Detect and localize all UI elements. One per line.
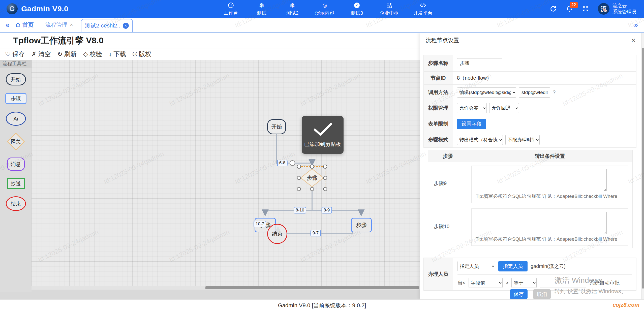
tab-process-management[interactable]: 流程管理 ×: [44, 21, 75, 29]
edge-label-9-7[interactable]: 9-7: [311, 230, 321, 236]
download-icon: ↓: [109, 50, 112, 58]
canvas-node-start[interactable]: 开始: [267, 119, 286, 134]
refresh-button[interactable]: ↻刷新: [57, 50, 77, 58]
home-icon: [15, 22, 21, 28]
horizontal-scrollbar-thumb[interactable]: [205, 286, 419, 289]
nav-label: 演示内容: [315, 10, 334, 16]
condition-textarea-step9[interactable]: [476, 169, 607, 191]
tool-cc-node[interactable]: 抄送: [7, 178, 25, 189]
download-button[interactable]: ↓下载: [109, 50, 126, 58]
time-limit-select[interactable]: 不限办理时限: [505, 135, 540, 145]
table-row-step10: 步骤10 Tip:填写必须符合SQL语句规范 详见：AdapteeBill::c…: [428, 205, 632, 248]
close-icon[interactable]: ×: [70, 22, 73, 28]
step-name-input[interactable]: [457, 58, 502, 68]
tool-label: 网关: [11, 138, 21, 145]
handler-type-select[interactable]: 指定人员: [457, 261, 495, 271]
save-button[interactable]: ♡保存: [5, 50, 25, 58]
method-input[interactable]: [519, 87, 550, 98]
edge-label-6-8[interactable]: 6-8: [277, 160, 288, 166]
tool-start-node[interactable]: 开始: [6, 73, 26, 85]
tab-ceshi2-active[interactable]: 测试2-ceshi2.. ×: [81, 19, 133, 32]
tool-end-node[interactable]: 结束: [6, 196, 26, 211]
snowflake-icon: ❄: [259, 2, 264, 9]
workflow-header: Tpflow工作流引擎 V8.0: [0, 33, 420, 48]
tab-home[interactable]: 首页: [15, 21, 34, 29]
cancel-button[interactable]: 取消: [533, 289, 551, 299]
field-label-node-id: 节点ID: [424, 72, 453, 84]
countersign-select[interactable]: 允许会签: [457, 103, 487, 113]
resize-handle[interactable]: [323, 176, 327, 180]
toolbox-list: 开始 步骤 Ai 网关 消息 抄送 结束: [0, 68, 32, 211]
field-label-step-name: 步骤名称: [424, 55, 453, 71]
refresh-icon[interactable]: [549, 5, 557, 13]
toolbar-label: 清空: [38, 50, 51, 58]
nav-item-demo[interactable]: ☺ 演示内容: [315, 2, 334, 16]
assign-person-button[interactable]: 指定人员: [498, 261, 528, 271]
nav-item-workbench[interactable]: 工作台: [223, 2, 239, 16]
edge-label-10-7[interactable]: 10-7: [254, 221, 266, 227]
user-menu[interactable]: 流 流之云 系统管理员: [598, 3, 636, 15]
nav-item-enterprise[interactable]: 企业中枢: [380, 2, 399, 16]
flow-canvas[interactable]: 开始 步骤 步骤 步骤: [32, 60, 420, 286]
resize-handle[interactable]: [297, 176, 301, 180]
vertical-scrollbar[interactable]: [641, 33, 644, 299]
row-step-label: 步骤9: [428, 162, 467, 205]
panel-header: 流程节点设置 ×: [420, 33, 641, 48]
resize-handle[interactable]: [323, 187, 327, 191]
close-icon[interactable]: ×: [123, 23, 129, 29]
horizontal-scrollbar[interactable]: [32, 286, 420, 290]
fullscreen-icon[interactable]: [582, 5, 589, 13]
toolbar-label: 下载: [113, 50, 126, 58]
resize-handle[interactable]: [297, 187, 301, 191]
check-icon: [311, 122, 334, 137]
field-label-method: 调用方法: [424, 85, 453, 100]
tool-ai-node[interactable]: Ai: [6, 112, 26, 126]
canvas-node-gateway-selected[interactable]: 步骤: [299, 167, 325, 189]
notifications-bell-icon[interactable]: 22: [566, 5, 573, 13]
clear-button[interactable]: ✗清空: [31, 50, 51, 58]
toolbar-label: 保存: [12, 50, 25, 58]
help-icon[interactable]: ?: [553, 89, 556, 95]
edge-anchor-dot[interactable]: [290, 160, 295, 166]
condition-textarea-step10[interactable]: [476, 212, 607, 234]
close-icon[interactable]: ×: [631, 37, 635, 44]
nav-label: 开发平台: [413, 10, 433, 16]
nav-item-test3[interactable]: 测试3: [349, 2, 365, 16]
tool-gateway-node[interactable]: 网关: [6, 133, 26, 150]
validate-button[interactable]: ◇校验: [83, 50, 102, 58]
save-button[interactable]: 保存: [510, 289, 528, 299]
site-link[interactable]: cojz8.com: [613, 302, 639, 308]
rollback-select[interactable]: 允许回退: [489, 103, 519, 113]
x-icon: ✗: [31, 50, 37, 58]
resize-handle[interactable]: [310, 187, 314, 191]
row-step-label: 步骤10: [428, 205, 467, 248]
nav-item-devplatform[interactable]: 开发平台: [413, 2, 433, 16]
app-logo-icon: G: [7, 3, 18, 14]
notification-badge: 22: [570, 2, 578, 8]
app-root: G Gadmin V9.0 工作台 ❄ 测试 ❄ 测试2 ☺ 演示内容: [0, 0, 644, 309]
collapse-tabs-icon[interactable]: «: [0, 21, 15, 29]
diamond-icon: ◇: [83, 50, 88, 58]
canvas-node-end[interactable]: 结束: [267, 224, 287, 244]
node-label: 步骤: [307, 174, 317, 181]
expand-tabs-icon[interactable]: »: [628, 21, 644, 29]
nav-item-test2[interactable]: ❄ 测试2: [284, 2, 300, 16]
step-mode-select[interactable]: 转出模式（符合执行）: [457, 135, 503, 145]
heart-icon: ♡: [5, 50, 11, 58]
canvas-node-step-right[interactable]: 步骤: [351, 218, 372, 232]
brand: G Gadmin V9.0: [0, 3, 106, 14]
edge-label-8-9[interactable]: 8-9: [322, 207, 332, 213]
copyright-button[interactable]: ©版权: [133, 50, 151, 58]
tool-step-node[interactable]: 步骤: [5, 93, 26, 104]
divider: [457, 274, 632, 275]
vertical-scrollbar-thumb[interactable]: [642, 48, 644, 289]
resize-handle[interactable]: [323, 165, 327, 169]
refresh-icon: ↻: [57, 50, 63, 58]
resize-handle[interactable]: [297, 165, 301, 169]
method-select[interactable]: 编辑(sfdp@wfedit@sid@3): [457, 87, 516, 98]
resize-handle[interactable]: [310, 165, 314, 169]
tool-message-node[interactable]: 消息: [7, 158, 25, 171]
nav-item-test[interactable]: ❄ 测试: [254, 2, 270, 16]
set-fields-button[interactable]: 设置字段: [457, 119, 486, 129]
edge-label-8-10[interactable]: 8-10: [294, 207, 306, 213]
